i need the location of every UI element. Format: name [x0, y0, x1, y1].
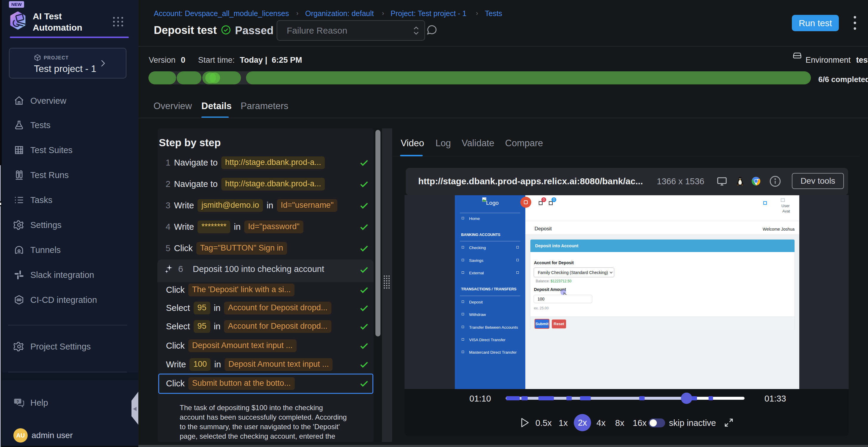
svg-text:?: ?	[17, 400, 19, 404]
